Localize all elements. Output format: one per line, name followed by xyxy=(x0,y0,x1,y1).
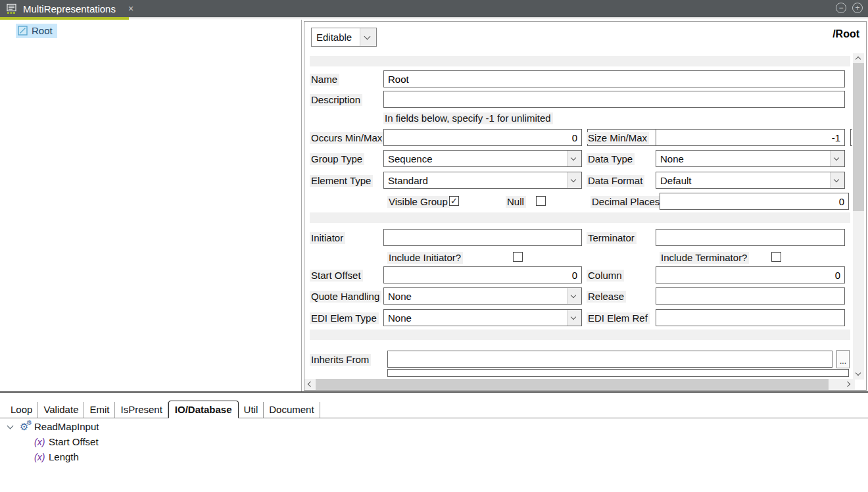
release-label: Release xyxy=(587,291,626,303)
chevron-down-icon xyxy=(830,172,844,188)
terminator-input[interactable] xyxy=(656,229,845,246)
section-band xyxy=(310,330,850,340)
initiator-input[interactable] xyxy=(383,229,582,246)
checkbox-row: Visible Group ✓ Null Decimal Places xyxy=(310,193,850,209)
start-offset-input[interactable] xyxy=(383,266,582,283)
horizontal-scroll-thumb[interactable] xyxy=(316,379,829,390)
edi-elem-type-value: None xyxy=(384,310,567,326)
tree-item-label: Root xyxy=(32,25,53,36)
tab-io-database[interactable]: IO/Database xyxy=(168,401,239,418)
include-initiator-label: Include Initiator? xyxy=(387,252,463,264)
tab-util[interactable]: Util xyxy=(239,402,264,418)
description-row: Description xyxy=(310,91,850,108)
include-row: Include Initiator? Include Terminator? xyxy=(310,251,850,263)
tree-item-label: ReadMapInput xyxy=(34,421,99,432)
document-tab[interactable]: MultiRepresentations × xyxy=(0,0,129,17)
quote-release-row: Quote Handling None Release xyxy=(310,287,850,305)
group-type-select[interactable]: Sequence xyxy=(383,150,582,167)
tab-document[interactable]: Document xyxy=(264,402,320,418)
name-input[interactable] xyxy=(383,70,845,87)
tab-ispresent[interactable]: IsPresent xyxy=(115,402,168,418)
variable-icon: (x) xyxy=(34,437,45,447)
data-format-value: Default xyxy=(656,172,830,188)
chevron-down-icon xyxy=(567,172,581,188)
decimal-places-label: Decimal Places xyxy=(591,196,662,208)
inherits-from-input xyxy=(387,351,832,368)
edi-elem-type-label: EDI Elem Type xyxy=(310,312,379,324)
title-bar: MultiRepresentations × − + xyxy=(0,0,868,17)
occurs-min-input[interactable] xyxy=(383,129,582,146)
tree-item-length[interactable]: (x) Length xyxy=(0,449,302,464)
size-label: Size Min/Max xyxy=(587,132,649,144)
description-label: Description xyxy=(310,94,362,106)
scroll-right-icon[interactable] xyxy=(844,379,855,390)
node-icon xyxy=(18,26,28,36)
name-label: Name xyxy=(310,74,339,86)
tab-emit[interactable]: Emit xyxy=(84,402,115,418)
vertical-scrollbar[interactable] xyxy=(853,53,864,380)
edi-elem-type-select[interactable]: None xyxy=(383,309,582,326)
note-row: In fields below, specify -1 for unlimite… xyxy=(310,112,850,124)
edit-mode-select[interactable]: Editable xyxy=(311,28,377,47)
column-input[interactable] xyxy=(656,266,845,283)
quote-handling-select[interactable]: None xyxy=(383,287,582,305)
description-input[interactable] xyxy=(383,91,845,108)
schema-tree-pane: Root xyxy=(0,20,302,392)
element-type-select[interactable]: Standard xyxy=(383,172,582,189)
edi-elem-ref-input[interactable] xyxy=(656,309,845,326)
group-data-type-row: Group Type Sequence Data Type None xyxy=(310,150,850,167)
null-label: Null xyxy=(506,196,526,208)
release-input[interactable] xyxy=(656,287,845,305)
include-initiator-checkbox[interactable] xyxy=(513,252,523,262)
scroll-left-icon[interactable] xyxy=(304,379,316,390)
chevron-down-icon xyxy=(567,310,581,326)
browse-button[interactable]: ... xyxy=(836,350,850,368)
size-min-input[interactable] xyxy=(656,129,845,146)
expand-chevron-icon[interactable] xyxy=(7,423,14,430)
expand-all-icon[interactable]: + xyxy=(852,3,863,13)
decimal-places-input[interactable] xyxy=(660,193,849,210)
data-format-select[interactable]: Default xyxy=(656,172,845,189)
node-path: /Root xyxy=(832,28,859,40)
column-label: Column xyxy=(587,270,624,282)
chevron-down-icon xyxy=(360,28,376,46)
size-max-input[interactable] xyxy=(850,129,852,146)
occurs-size-row: Occurs Min/Max Size Min/Max xyxy=(310,129,850,146)
tree-item-start-offset[interactable]: (x) Start Offset xyxy=(0,434,302,449)
data-type-select[interactable]: None xyxy=(656,150,845,167)
quote-handling-label: Quote Handling xyxy=(310,291,381,303)
initiator-label: Initiator xyxy=(310,232,345,244)
tree-item-readmapinput[interactable]: ⚙ ⚙ ReadMapInput xyxy=(0,419,302,434)
horizontal-scrollbar[interactable] xyxy=(304,379,855,390)
name-row: Name xyxy=(310,70,850,87)
section-band xyxy=(310,56,850,66)
visible-group-checkbox[interactable]: ✓ xyxy=(449,196,459,206)
close-tab-icon[interactable]: × xyxy=(128,3,133,14)
section-band xyxy=(310,212,850,223)
document-tab-title: MultiRepresentations xyxy=(23,3,116,14)
scroll-up-icon[interactable] xyxy=(853,53,864,64)
null-checkbox[interactable] xyxy=(536,196,546,206)
property-form: Name Description In fields below, specif… xyxy=(304,53,852,380)
tree-item-root[interactable]: Root xyxy=(16,24,57,38)
offset-column-row: Start Offset Column xyxy=(310,266,850,283)
tab-validate[interactable]: Validate xyxy=(38,402,84,418)
start-offset-label: Start Offset xyxy=(310,270,363,282)
tab-loop[interactable]: Loop xyxy=(5,402,38,418)
tree-item-label: Length xyxy=(49,451,79,462)
unlimited-note: In fields below, specify -1 for unlimite… xyxy=(383,112,553,124)
scroll-down-icon[interactable] xyxy=(853,369,864,380)
window-controls: − + xyxy=(836,3,863,13)
vertical-scroll-thumb[interactable] xyxy=(853,63,864,211)
function-gears-icon: ⚙ ⚙ xyxy=(20,420,33,433)
data-type-value: None xyxy=(656,151,830,166)
terminator-label: Terminator xyxy=(587,232,637,244)
splitter-divider[interactable] xyxy=(0,391,868,393)
data-type-label: Data Type xyxy=(587,153,635,165)
variable-icon: (x) xyxy=(34,452,45,462)
occurs-label: Occurs Min/Max xyxy=(310,132,384,144)
node-editor-pane: Editable /Root Name Description In field… xyxy=(304,21,867,391)
include-terminator-checkbox[interactable] xyxy=(771,252,781,262)
collapse-all-icon[interactable]: − xyxy=(836,3,846,13)
inherits-from-label: Inherits From xyxy=(310,354,371,366)
